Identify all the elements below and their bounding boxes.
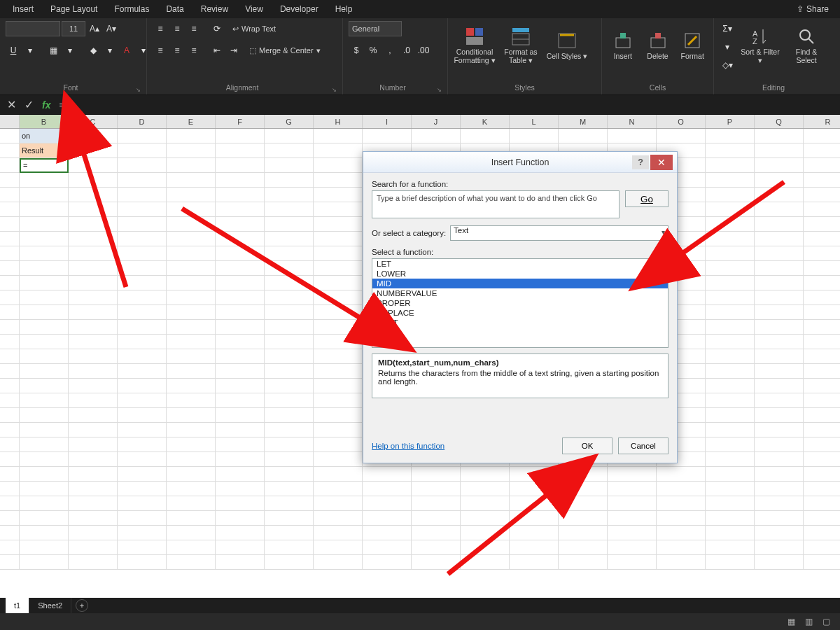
tab-formulas[interactable]: Formulas xyxy=(106,0,158,18)
format-cells-button[interactable]: Format xyxy=(677,21,708,70)
col-header-Q[interactable]: Q xyxy=(755,115,804,128)
select-all-corner[interactable] xyxy=(0,115,20,128)
ok-button[interactable]: OK xyxy=(562,438,612,454)
function-item-rept[interactable]: REPT xyxy=(372,318,668,328)
align-bottom-icon[interactable]: ≡ xyxy=(186,21,202,36)
new-sheet-button[interactable]: + xyxy=(76,599,88,612)
font-size-combo[interactable]: 11 xyxy=(62,21,85,36)
sheet-tab-1[interactable]: t1 xyxy=(6,598,29,613)
formula-bar: ✕ ✓ fx = xyxy=(0,95,840,115)
align-right-icon[interactable]: ≡ xyxy=(186,43,202,58)
col-header-J[interactable]: J xyxy=(412,115,461,128)
col-header-B[interactable]: B xyxy=(20,115,69,128)
tab-insert[interactable]: Insert xyxy=(4,0,42,18)
cancel-formula-icon[interactable]: ✕ xyxy=(7,98,16,111)
function-item-mid[interactable]: MID xyxy=(372,279,668,288)
number-format-combo[interactable]: General xyxy=(349,21,402,36)
col-header-N[interactable]: N xyxy=(608,115,657,128)
tab-page-layout[interactable]: Page Layout xyxy=(42,0,106,18)
col-header-G[interactable]: G xyxy=(265,115,314,128)
col-header-C[interactable]: C xyxy=(69,115,118,128)
underline-button[interactable]: U xyxy=(6,43,21,58)
share-button[interactable]: ⇪ Share xyxy=(790,0,836,18)
increase-font-icon[interactable]: A▴ xyxy=(87,21,102,36)
accept-formula-icon[interactable]: ✓ xyxy=(24,98,34,111)
dialog-help-icon[interactable]: ? xyxy=(632,155,649,169)
decrease-indent-icon[interactable]: ⇤ xyxy=(209,43,225,58)
go-button[interactable]: Go xyxy=(625,190,668,207)
function-listbox[interactable]: LETLOWERMIDNUMBERVALUEPROPERREPLACEREPT xyxy=(372,258,668,348)
category-select[interactable]: Text xyxy=(450,225,668,241)
wrap-text-button[interactable]: Wrap Text xyxy=(241,24,276,33)
increase-decimal-icon[interactable]: .0 xyxy=(399,43,414,58)
merge-center-button[interactable]: Merge & Center xyxy=(259,46,314,55)
fill-icon[interactable]: ▾ xyxy=(720,39,735,55)
col-header-D[interactable]: D xyxy=(118,115,167,128)
col-header-P[interactable]: P xyxy=(706,115,755,128)
autosum-icon[interactable]: Σ▾ xyxy=(720,21,735,36)
function-item-replace[interactable]: REPLACE xyxy=(372,308,668,318)
col-header-O[interactable]: O xyxy=(657,115,706,128)
borders-dropdown-icon[interactable]: ▾ xyxy=(62,43,78,58)
align-middle-icon[interactable]: ≡ xyxy=(169,21,185,36)
delete-cells-button[interactable]: Delete xyxy=(643,21,673,70)
borders-button[interactable]: ▦ xyxy=(46,43,61,58)
underline-dropdown-icon[interactable]: ▾ xyxy=(22,43,38,58)
function-item-let[interactable]: LET xyxy=(372,259,668,269)
align-top-icon[interactable]: ≡ xyxy=(153,21,168,36)
tab-help[interactable]: Help xyxy=(327,0,361,18)
dialog-titlebar[interactable]: Insert Function ? ✕ xyxy=(363,152,677,173)
col-header-L[interactable]: L xyxy=(510,115,559,128)
format-as-table-button[interactable]: Format as Table ▾ xyxy=(500,21,542,70)
view-normal-icon[interactable]: ▦ xyxy=(788,617,795,626)
insert-function-icon[interactable]: fx xyxy=(42,99,50,111)
function-item-proper[interactable]: PROPER xyxy=(372,298,668,308)
tab-review[interactable]: Review xyxy=(192,0,237,18)
view-page-layout-icon[interactable]: ▥ xyxy=(805,617,813,626)
col-header-H[interactable]: H xyxy=(314,115,363,128)
decrease-font-icon[interactable]: A▾ xyxy=(104,21,119,36)
help-on-function-link[interactable]: Help on this function xyxy=(372,442,444,450)
formula-input[interactable]: = xyxy=(59,99,64,110)
decrease-decimal-icon[interactable]: .00 xyxy=(416,43,431,58)
orientation-icon[interactable]: ⟳ xyxy=(209,21,225,36)
font-dialog-launcher-icon[interactable]: ↘ xyxy=(136,87,141,93)
fill-color-button[interactable]: ◆ xyxy=(85,43,101,58)
tab-view[interactable]: View xyxy=(237,0,272,18)
percent-format-icon[interactable]: % xyxy=(365,43,381,58)
col-header-I[interactable]: I xyxy=(363,115,412,128)
font-name-combo[interactable] xyxy=(6,21,60,36)
fill-color-dropdown-icon[interactable]: ▾ xyxy=(102,43,118,58)
conditional-formatting-button[interactable]: Conditional Formatting ▾ xyxy=(454,21,496,70)
col-header-M[interactable]: M xyxy=(559,115,608,128)
align-center-icon[interactable]: ≡ xyxy=(169,43,185,58)
clear-icon[interactable]: ◇▾ xyxy=(720,57,735,73)
dialog-close-icon[interactable]: ✕ xyxy=(650,155,673,170)
alignment-dialog-launcher-icon[interactable]: ↘ xyxy=(332,87,337,93)
tab-developer[interactable]: Developer xyxy=(272,0,327,18)
cell-styles-button[interactable]: Cell Styles ▾ xyxy=(546,21,588,70)
number-dialog-launcher-icon[interactable]: ↘ xyxy=(437,87,442,93)
comma-format-icon[interactable]: , xyxy=(382,43,398,58)
function-description-box: MID(text,start_num,num_chars) Returns th… xyxy=(372,354,668,398)
find-select-button[interactable]: Find & Select xyxy=(785,21,827,70)
function-item-numbervalue[interactable]: NUMBERVALUE xyxy=(372,288,668,298)
col-header-E[interactable]: E xyxy=(167,115,216,128)
merge-dropdown-icon[interactable]: ▾ xyxy=(316,46,321,55)
increase-indent-icon[interactable]: ⇥ xyxy=(226,43,241,58)
tab-data[interactable]: Data xyxy=(158,0,192,18)
cancel-button[interactable]: Cancel xyxy=(618,438,668,454)
accounting-format-icon[interactable]: $ xyxy=(349,43,364,58)
sheet-tab-bar: t1 Sheet2 + xyxy=(0,598,840,613)
col-header-K[interactable]: K xyxy=(461,115,510,128)
col-header-R[interactable]: R xyxy=(804,115,840,128)
function-item-lower[interactable]: LOWER xyxy=(372,269,668,279)
search-function-input[interactable]: Type a brief description of what you wan… xyxy=(372,190,620,218)
sheet-tab-2[interactable]: Sheet2 xyxy=(29,598,71,613)
col-header-F[interactable]: F xyxy=(216,115,265,128)
align-left-icon[interactable]: ≡ xyxy=(153,43,168,58)
sort-filter-button[interactable]: AZ Sort & Filter ▾ xyxy=(739,21,781,70)
view-page-break-icon[interactable]: ▢ xyxy=(822,617,830,626)
font-color-button[interactable]: A xyxy=(119,43,134,58)
insert-cells-button[interactable]: Insert xyxy=(608,21,638,70)
